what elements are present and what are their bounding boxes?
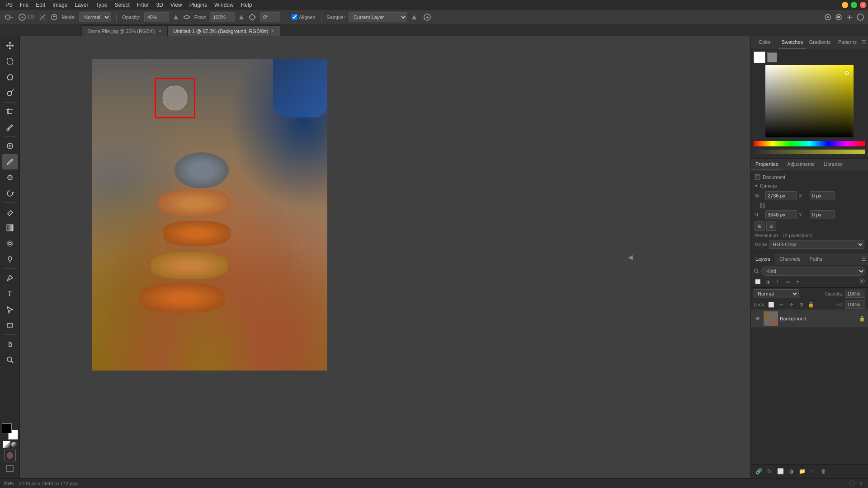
layer-item-background[interactable]: 👁 Background 🔒 — [751, 310, 868, 328]
history-brush-tool[interactable] — [2, 186, 18, 201]
menu-type[interactable]: Type — [92, 1, 111, 9]
color-picker-handle[interactable] — [844, 71, 849, 75]
new-group-button[interactable]: 📁 — [797, 466, 807, 476]
new-layer-button[interactable]: + — [808, 466, 818, 476]
tab-patterns[interactable]: Patterns — [834, 36, 861, 49]
lock-pixels-button[interactable]: ⬜ — [767, 300, 775, 309]
opacity-input-layers[interactable] — [845, 290, 865, 298]
canvas-icon-2[interactable]: ⊟ — [766, 221, 776, 231]
sample-select[interactable]: Current Layer All Layers Current & Below — [349, 12, 407, 22]
window-close-button[interactable]: ✕ — [860, 2, 866, 8]
lock-artboard-button[interactable]: ⊞ — [797, 300, 805, 309]
mode-select-props[interactable]: RGB Color CMYK Color Grayscale — [769, 240, 864, 249]
swap-colors-icon[interactable] — [11, 442, 17, 447]
menu-image[interactable]: Image — [49, 1, 71, 9]
foreground-swatch[interactable] — [754, 52, 765, 63]
tab-channels[interactable]: Channels — [775, 253, 805, 265]
menu-file[interactable]: File — [16, 1, 32, 9]
tab-paths[interactable]: Paths — [805, 253, 827, 265]
crop-tool[interactable] — [2, 104, 18, 119]
filter-shape-icon[interactable]: ▭ — [783, 277, 792, 286]
tab-untitled[interactable]: Untitled-1 @ 67.3% (Background, RGB/8#) … — [168, 25, 281, 36]
filter-pixel-icon[interactable]: ⬜ — [754, 277, 762, 286]
alpha-bar[interactable] — [754, 150, 865, 154]
delete-layer-button[interactable]: 🗑 — [819, 466, 829, 476]
fill-input[interactable] — [845, 300, 865, 309]
tab-stone-pile-close[interactable]: ✕ — [158, 28, 162, 33]
eraser-tool[interactable] — [2, 204, 18, 220]
menu-window[interactable]: Window — [211, 1, 237, 9]
canvas-icon-1[interactable]: ⊞ — [755, 221, 764, 231]
color-panel-menu[interactable]: ☰ — [861, 39, 866, 46]
menu-ps[interactable]: PS — [2, 1, 16, 9]
shape-tool[interactable] — [2, 318, 18, 333]
gradient-tool[interactable] — [2, 220, 18, 235]
filter-type-icon[interactable]: T — [774, 277, 782, 286]
layers-blend-mode-select[interactable]: Normal Multiply Screen Overlay — [754, 289, 799, 298]
flow-input[interactable] — [210, 12, 235, 22]
tab-color[interactable]: Color — [751, 36, 778, 49]
screen-mode-button[interactable] — [4, 463, 16, 474]
add-mask-button[interactable]: ⬜ — [775, 466, 785, 476]
menu-plugins[interactable]: Plugins — [186, 1, 211, 9]
layers-filter-toggle[interactable] — [859, 278, 865, 286]
layers-panel-menu[interactable]: ☰ — [861, 256, 866, 262]
canvas-image[interactable] — [92, 59, 327, 371]
move-tool[interactable] — [2, 38, 18, 53]
fg-bg-colors[interactable] — [2, 423, 18, 440]
background-swatch[interactable] — [767, 52, 777, 62]
tab-layers[interactable]: Layers — [751, 253, 775, 265]
foreground-color-swatch[interactable] — [2, 423, 12, 433]
hue-bar[interactable] — [754, 141, 865, 146]
tab-adjustments[interactable]: Adjustments — [783, 159, 819, 170]
default-colors-icon[interactable] — [3, 441, 10, 448]
color-gradient-picker[interactable] — [765, 65, 854, 137]
dodge-tool[interactable] — [2, 252, 18, 267]
link-dimensions-icon[interactable]: ⛓ — [759, 202, 765, 209]
zoom-tool[interactable] — [2, 352, 18, 367]
type-tool[interactable]: T — [2, 286, 18, 301]
width-input[interactable] — [765, 191, 797, 200]
healing-tool[interactable] — [2, 138, 18, 154]
window-minimize-button[interactable]: − — [842, 2, 848, 8]
quick-select-tool[interactable] — [2, 85, 18, 101]
height-input[interactable] — [765, 210, 797, 219]
layers-kind-select[interactable]: Kind — [761, 267, 865, 276]
angle-input[interactable] — [260, 12, 280, 22]
lasso-tool[interactable] — [2, 70, 18, 85]
pen-tool[interactable] — [2, 270, 18, 286]
document-section-header[interactable]: Document — [755, 174, 864, 180]
x-input[interactable] — [810, 191, 835, 200]
add-style-button[interactable]: fx — [764, 466, 774, 476]
hand-tool[interactable] — [2, 336, 18, 352]
menu-3d[interactable]: 3D — [152, 1, 166, 9]
marquee-tool[interactable] — [2, 54, 18, 69]
lock-all-button[interactable]: 🔒 — [807, 300, 815, 309]
lock-paint-button[interactable]: ✏ — [777, 300, 785, 309]
blur-tool[interactable] — [2, 236, 18, 251]
tab-libraries[interactable]: Libraries — [819, 159, 847, 170]
y-input[interactable] — [810, 210, 835, 219]
menu-view[interactable]: View — [167, 1, 186, 9]
brush-tool[interactable] — [2, 154, 18, 169]
window-maximize-button[interactable]: □ — [851, 2, 857, 8]
tab-untitled-close[interactable]: ✕ — [271, 28, 274, 33]
new-adjustment-button[interactable]: ◑ — [786, 466, 796, 476]
layer-lock-icon[interactable]: 🔒 — [859, 316, 865, 322]
menu-select[interactable]: Select — [111, 1, 133, 9]
tab-stone-pile[interactable]: Stone Pile.jpg @ 25% (RGB/8) ✕ — [81, 25, 168, 36]
tab-gradients[interactable]: Gradients — [806, 36, 834, 49]
clone-tool[interactable] — [2, 170, 18, 185]
menu-filter[interactable]: Filter — [133, 1, 153, 9]
filter-adj-icon[interactable]: ◑ — [764, 277, 772, 286]
aligned-checkbox[interactable] — [292, 14, 297, 20]
canvas-area[interactable]: ◀ — [20, 36, 750, 478]
mode-select[interactable]: Normal — [79, 12, 111, 22]
opacity-input[interactable] — [144, 12, 169, 22]
link-layers-button[interactable]: 🔗 — [754, 466, 764, 476]
tab-properties[interactable]: Properties — [751, 159, 783, 170]
lock-position-button[interactable]: ✛ — [787, 300, 795, 309]
layer-visibility-eye[interactable]: 👁 — [754, 314, 762, 323]
path-select-tool[interactable] — [2, 302, 18, 317]
eyedropper-tool[interactable] — [2, 120, 18, 135]
